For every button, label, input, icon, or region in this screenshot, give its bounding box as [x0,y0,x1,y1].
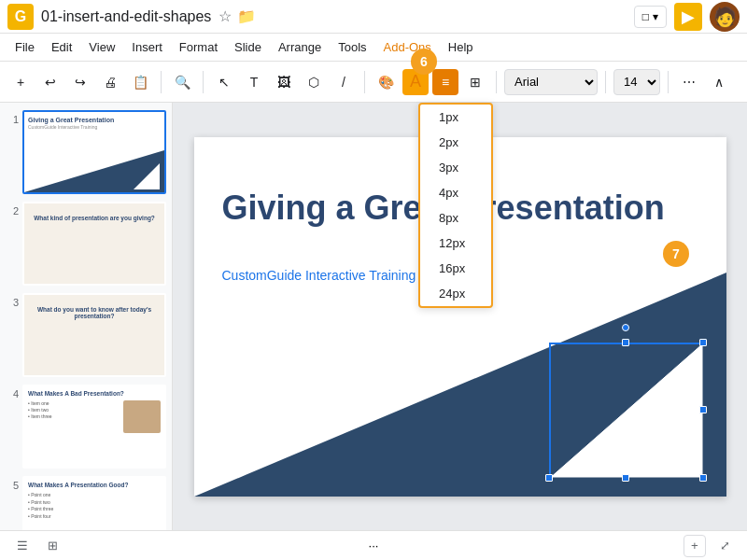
slide-3-body: What do you want to know after today's p… [24,295,164,323]
handle-mid-bottom[interactable] [622,474,629,482]
zoom-button[interactable]: 🔍 [169,69,195,95]
toolbar: + ↩ ↪ 🖨 📋 🔍 ↖ T 🖼 ⬡ / 🎨 A ≡ ⊞ Arial 14 ⋯… [0,62,747,103]
present-button[interactable]: ▶ [674,3,702,31]
border-dash-button[interactable]: ⊞ [462,69,488,95]
more-options-button[interactable]: ⋯ [676,69,702,95]
rotation-handle[interactable] [622,324,629,331]
border-3px[interactable]: 3px [420,155,491,180]
avatar[interactable]: 🧑 [710,2,740,32]
handle-top-right[interactable] [699,339,707,346]
layout-button[interactable]: □ ▾ [634,6,667,28]
border-2px[interactable]: 2px [420,130,491,155]
bg-color-icon: 🎨 [378,75,394,90]
menu-view[interactable]: View [81,36,122,58]
slide-thumb-5[interactable]: 5 What Makes A Presentation Good? • Poin… [6,476,166,530]
border-24px[interactable]: 24px [420,281,491,306]
menu-file[interactable]: File [7,36,42,58]
zoom-dots: ··· [369,539,379,553]
separator-5 [605,71,606,93]
menu-tools[interactable]: Tools [331,36,374,58]
slide-preview-3[interactable]: What do you want to know after today's p… [22,293,166,377]
slide-1-white-triangle [134,163,160,189]
slide-3-content: What do you want to know after today's p… [24,295,164,375]
print-button[interactable]: 🖨 [97,69,123,95]
title-bar: G 01-insert-and-edit-shapes ☆ 📁 □ ▾ ▶ 🧑 [0,0,747,34]
menu-bar: File Edit View Insert Format Slide Arran… [0,34,747,62]
title-right-area: □ ▾ ▶ 🧑 [634,2,740,32]
slide-thumb-1[interactable]: 1 Giving a Great Presentation CustomGuid… [6,110,166,194]
expand-button[interactable]: ⤢ [713,535,736,557]
slide-preview-4[interactable]: What Makes A Bad Presentation? • Item on… [22,385,166,469]
border-width-icon: ≡ [442,75,449,90]
slide-4-text: • Item one• Item two• Item three [28,400,121,433]
line-button[interactable]: / [331,69,357,95]
menu-help[interactable]: Help [441,36,481,58]
star-icon[interactable]: ☆ [218,7,232,25]
border-1px[interactable]: 1px [420,105,491,130]
app-icon: G [7,4,34,30]
slide-num-3: 3 [6,293,19,308]
slide-grid-view-button[interactable]: ⊞ [41,535,63,557]
border-4px[interactable]: 4px [420,180,491,205]
font-size-select[interactable]: 14 [613,69,660,95]
collapse-toolbar-button[interactable]: ∧ [706,69,732,95]
redo-button[interactable]: ↪ [67,69,93,95]
slide-preview-5[interactable]: What Makes A Presentation Good? • Point … [22,476,166,530]
add-button[interactable]: + [7,69,34,95]
slide-preview-2[interactable]: What kind of presentation are you giving… [22,202,166,286]
undo-button[interactable]: ↩ [37,69,63,95]
separator-2 [203,71,204,93]
handle-bottom-right[interactable] [699,474,707,482]
svg-marker-0 [549,343,703,478]
handle-mid-right[interactable] [699,406,707,413]
slide-thumb-4[interactable]: 4 What Makes A Bad Presentation? • Item … [6,385,166,469]
folder-icon[interactable]: 📁 [237,7,256,25]
slide-1-subtitle: CustomGuide Interactive Training [24,124,164,130]
slide-2-body: What kind of presentation are you giving… [24,203,164,225]
slide-panel: 1 Giving a Great Presentation CustomGuid… [0,103,173,530]
border-width-button[interactable]: ≡ [432,69,458,95]
font-family-select[interactable]: Arial [504,69,598,95]
image-button[interactable]: 🖼 [271,69,297,95]
slide-1-content: Giving a Great Presentation CustomGuide … [24,112,164,192]
layout-icon: □ [642,10,649,23]
menu-insert[interactable]: Insert [124,36,170,58]
shapes-button[interactable]: ⬡ [301,69,327,95]
slide-1-title: Giving a Great Presentation [24,112,164,124]
slide-num-1: 1 [6,110,19,125]
separator-4 [496,71,497,93]
step-badge-7: 7 [663,241,689,267]
menu-edit[interactable]: Edit [44,36,79,58]
cursor-button[interactable]: ↖ [211,69,237,95]
menu-slide[interactable]: Slide [227,36,269,58]
slide-list-view-button[interactable]: ☰ [11,535,34,557]
slide-5-title: What Makes A Presentation Good? [24,478,164,490]
slide-4-content-area: • Item one• Item two• Item three [24,399,164,435]
slide-4-content: What Makes A Bad Presentation? • Item on… [24,386,164,467]
document-title[interactable]: 01-insert-and-edit-shapes [41,8,211,25]
avatar-img: 🧑 [713,6,737,28]
slide-num-2: 2 [6,202,19,217]
separator-6 [668,71,669,93]
white-triangle-shape [549,343,703,478]
slide-thumb-2[interactable]: 2 What kind of presentation are you givi… [6,202,166,286]
border-8px[interactable]: 8px [420,205,491,231]
slide-5-text: • Point one• Point two• Point three• Poi… [24,490,164,522]
bg-color-button[interactable]: 🎨 [373,69,399,95]
border-width-dropdown: 1px 2px 3px 4px 8px 12px 16px 24px [418,103,493,308]
add-slide-button[interactable]: + [684,535,706,557]
slide-4-title: What Makes A Bad Presentation? [24,386,164,399]
menu-arrange[interactable]: Arrange [271,36,329,58]
handle-bottom-left[interactable] [545,474,553,482]
text-button[interactable]: T [241,69,267,95]
slide-preview-1[interactable]: Giving a Great Presentation CustomGuide … [22,110,166,194]
step-badge-6: 6 [411,49,437,75]
handle-top-mid[interactable] [622,339,629,346]
slide-thumb-3[interactable]: 3 What do you want to know after today's… [6,293,166,377]
selected-shape-container[interactable] [549,343,703,478]
border-dash-icon: ⊞ [470,75,481,90]
paint-format-button[interactable]: 📋 [127,69,153,95]
border-16px[interactable]: 16px [420,256,491,281]
border-12px[interactable]: 12px [420,231,491,256]
menu-format[interactable]: Format [172,36,225,58]
